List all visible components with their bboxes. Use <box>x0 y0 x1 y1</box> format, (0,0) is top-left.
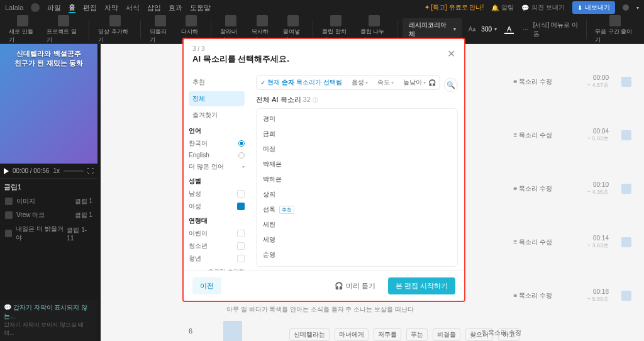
helper-tip[interactable]: 💬 갑자기 자막이 표시되지 않는... 갑자기 자막이 보이지 않으실 때 해… <box>0 299 97 341</box>
word-chip[interactable]: 비결을 <box>433 328 460 341</box>
menu-insert[interactable]: 삽입 <box>147 3 161 13</box>
age-child[interactable]: 어린이 <box>189 227 245 240</box>
menu-help[interactable]: 도움말 <box>190 3 211 13</box>
notif-link[interactable]: 🔔 알림 <box>491 3 514 12</box>
tool-undo[interactable]: 되돌리기 <box>146 14 175 45</box>
start-edit-button[interactable]: 본 편집 시작하기 <box>388 277 455 294</box>
clip-icon <box>5 211 13 219</box>
clip-label: 클립1 <box>4 182 94 192</box>
font-size[interactable]: 300 <box>481 26 492 33</box>
list-count: 32 <box>303 96 311 103</box>
menu-format[interactable]: 서식 <box>126 3 140 13</box>
headphone-icon[interactable]: 🎧 <box>428 79 436 86</box>
more-icon[interactable]: ▾ <box>636 5 639 11</box>
dd-pitch[interactable]: 음성 ▾ <box>352 78 368 87</box>
step-indicator: 3 / 3 <box>192 45 455 52</box>
checkbox-icon <box>237 190 245 198</box>
close-button[interactable]: ✕ <box>447 48 455 60</box>
list-title: 전체 AI 목소리 <box>256 96 301 103</box>
menu-effect[interactable]: 효과 <box>169 3 182 13</box>
paste-icon <box>287 15 299 26</box>
avatar-icon[interactable] <box>31 3 40 12</box>
radio-icon <box>238 152 245 159</box>
voice-item[interactable]: 경미 <box>262 111 452 126</box>
file-icon <box>17 15 28 26</box>
preview-listen-button[interactable]: 🎧 미리 듣기 <box>327 277 383 294</box>
current-voice-tag[interactable]: ✓ 현재 손자 목소리가 선택됨 <box>260 78 342 87</box>
feedback-link[interactable]: 💬 의견 보내기 <box>521 3 565 12</box>
fullscreen-icon[interactable]: ⛶ <box>87 167 94 174</box>
play-button[interactable] <box>4 168 9 174</box>
voice-item[interactable]: 손자 추천 선택됨 <box>262 262 452 267</box>
dd-speed[interactable]: 속도 ▾ <box>377 78 394 87</box>
clip-row[interactable]: Vrew 마크클립 1 <box>4 208 94 222</box>
under-text: 아무 일 바다가 목색을 안아는 소식을 듣자 주 소나는 보살을 떠난다 <box>226 305 414 314</box>
export-button[interactable]: ⬇ 내보내기 <box>572 1 615 14</box>
top-menu-bar: Lalala 파일 홈 편집 자막 서식 삽입 효과 도움말 ✦ [특고] 유료… <box>0 0 644 15</box>
dd-vol[interactable]: 높낮이 ▾ <box>403 78 426 87</box>
tool-trim-silence[interactable]: 무음 구간 줄이기 <box>591 14 639 45</box>
checkbox-icon <box>237 230 245 237</box>
wave-icon <box>609 15 621 26</box>
voice-item[interactable]: 금희 <box>262 126 452 142</box>
cat-fav[interactable]: 즐겨찾기 <box>189 108 245 123</box>
voice-list[interactable]: 경미금희미정박재은박하은상희선옥 추천세린세영순영손자 추천 선택됨순정 <box>256 108 458 267</box>
folder-icon <box>58 15 69 26</box>
clip-icon <box>5 198 13 205</box>
voice-item[interactable]: 박재은 <box>262 157 452 172</box>
word-chip[interactable]: 저주를 <box>374 328 401 341</box>
voice-item[interactable]: 상희 <box>262 187 452 202</box>
search-button[interactable]: 🔍 <box>444 78 458 92</box>
gender-male[interactable]: 남성 <box>189 187 245 200</box>
lang-english[interactable]: English <box>189 150 245 160</box>
tool-addvideo[interactable]: 영상 추가하기 <box>94 14 135 45</box>
progress-bar[interactable] <box>64 170 84 172</box>
cat-recommend[interactable]: 추천 <box>189 75 245 90</box>
voice-item[interactable]: 세영 <box>262 232 452 247</box>
word-chip[interactable]: 푸는 <box>406 328 428 341</box>
speed-display[interactable]: 1x <box>53 167 60 174</box>
filter-age-head: 연령대 <box>189 216 245 225</box>
row-index: 6 <box>189 327 192 335</box>
word-chip[interactable]: 마녀에게 <box>335 328 369 341</box>
goto-format[interactable]: [서식] 메뉴로 이동 <box>533 21 581 38</box>
voice-item[interactable]: 순영 <box>262 247 452 262</box>
voice-item[interactable]: 선옥 추천 <box>262 202 452 217</box>
age-young[interactable]: 청년 <box>189 252 245 265</box>
clip-row[interactable]: 이미지클립 1 <box>4 194 94 208</box>
promo-link[interactable]: ✦ [특고] 유료로 만나! <box>425 3 484 12</box>
info-icon[interactable]: ⓘ <box>313 97 318 103</box>
tool-new[interactable]: 새로 만들기 <box>5 14 40 45</box>
lang-korean[interactable]: 한국어 <box>189 137 245 150</box>
checkbox-icon <box>237 242 245 250</box>
menu-caption[interactable]: 자막 <box>104 3 118 13</box>
menu-home[interactable]: 홈 <box>69 3 75 13</box>
checkbox-icon <box>237 203 245 210</box>
cut-icon <box>225 15 236 26</box>
voice-item[interactable]: 박하은 <box>262 172 452 187</box>
theme-toggle[interactable] <box>623 4 629 11</box>
radio-icon <box>238 140 245 147</box>
voice-modal: ✕ 3 / 3 AI 목소리를 선택해주세요. 추천 전체 즐겨찾기 언어 한국… <box>182 38 465 302</box>
preview-title: 신데렐라와 백설공주 친구가 된 재밌는 동화 <box>0 49 97 69</box>
filter-column: 추천 전체 즐겨찾기 언어 한국어 English 더 많은 언어▾ 성별 남성… <box>184 71 250 271</box>
text-color[interactable]: A <box>504 25 514 34</box>
word-chip[interactable]: 신데렐라는 <box>289 328 330 341</box>
age-teen[interactable]: 청소년 <box>189 240 245 252</box>
cat-all[interactable]: 전체 <box>189 91 245 106</box>
gender-female[interactable]: 여성 <box>189 200 245 213</box>
clip-row[interactable]: 내일은 더 밝을거야클립 1-11 <box>4 222 94 245</box>
tool-open[interactable]: 프로젝트 열기 <box>43 14 84 45</box>
brand: Lalala <box>5 4 23 11</box>
lang-more[interactable]: 더 많은 언어▾ <box>189 160 245 173</box>
prev-button[interactable]: 이전 <box>192 277 221 294</box>
voice-item[interactable]: 세린 <box>262 217 452 232</box>
video-preview[interactable]: 신데렐라와 백설공주 친구가 된 재밌는 동화 <box>0 44 97 164</box>
redo-icon <box>186 15 197 26</box>
menu-file[interactable]: 파일 <box>47 3 61 13</box>
merge-icon <box>330 15 341 26</box>
clip-thumb[interactable] <box>223 321 242 341</box>
menu-edit[interactable]: 편집 <box>83 3 97 13</box>
voice-item[interactable]: 미정 <box>262 142 452 157</box>
edit-voice-6[interactable]: ≡ 목소리 수정 <box>482 328 521 337</box>
